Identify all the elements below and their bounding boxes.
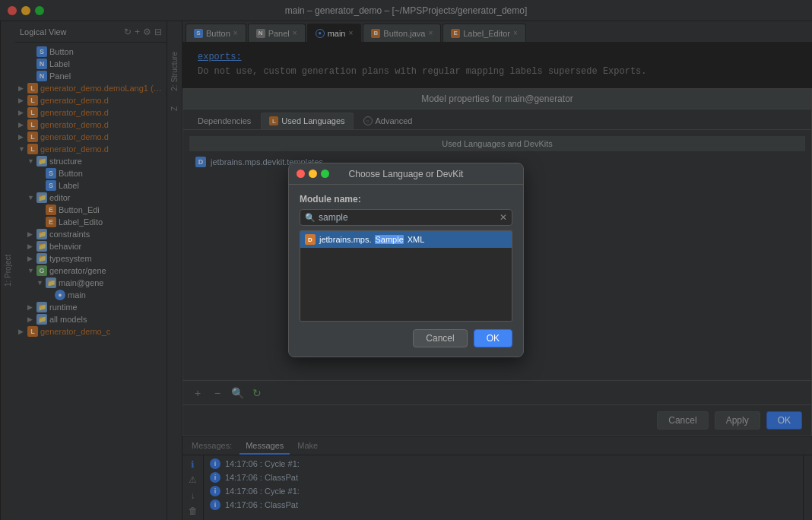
modal-ok-button[interactable]: OK [474, 329, 512, 347]
modal-min-button[interactable] [309, 170, 317, 178]
search-icon: 🔍 [305, 213, 316, 223]
module-icon-samplexml: D [305, 234, 316, 245]
module-name-suffix: XML [408, 235, 425, 244]
modal-cancel-button[interactable]: Cancel [413, 329, 467, 347]
modal-title: Choose Language or DevKit [349, 169, 464, 179]
modal-actions: Cancel OK [300, 329, 512, 347]
clear-search-button[interactable]: ✕ [500, 212, 507, 223]
choose-language-dialog: Choose Language or DevKit Module name: 🔍… [288, 163, 524, 357]
modal-body: Module name: 🔍 ✕ D jetbrains.mps.SampleX… [289, 185, 523, 357]
modal-max-button[interactable] [321, 170, 329, 178]
search-box[interactable]: 🔍 ✕ [300, 209, 512, 226]
list-item-samplexml[interactable]: D jetbrains.mps.SampleXML [300, 231, 512, 248]
module-name-label: Module name: [300, 194, 512, 205]
modal-close-button[interactable] [297, 170, 305, 178]
module-name-prefix: jetbrains.mps. [319, 235, 371, 244]
search-input[interactable] [319, 212, 500, 223]
modal-traffic-lights[interactable] [297, 170, 329, 178]
modal-overlay: Choose Language or DevKit Module name: 🔍… [0, 0, 812, 520]
module-name-match: Sample [375, 235, 403, 244]
modal-title-bar: Choose Language or DevKit [289, 163, 523, 185]
results-list: D jetbrains.mps.SampleXML [300, 230, 512, 322]
